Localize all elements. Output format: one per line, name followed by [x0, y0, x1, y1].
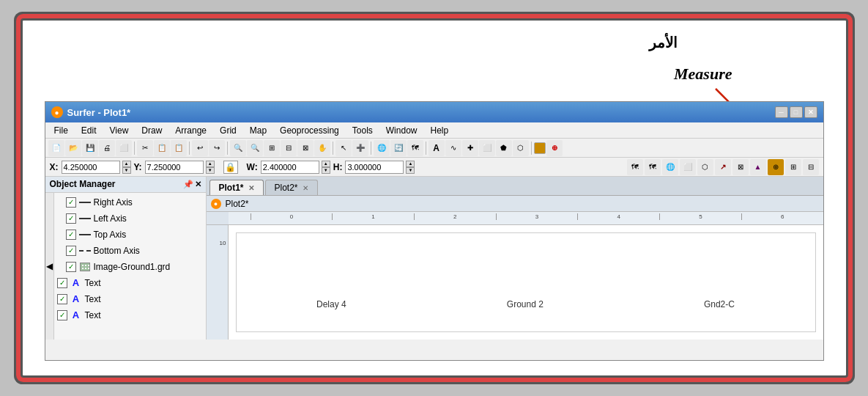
x-spinner[interactable]: ▲ ▼ — [122, 161, 131, 174]
tb-zoom-sel[interactable]: ⊟ — [281, 140, 297, 156]
checkbox-top-axis[interactable]: ✓ — [66, 230, 76, 240]
obj-scroll-left[interactable]: ◀ — [45, 193, 54, 340]
menu-tools[interactable]: Tools — [346, 124, 379, 137]
menu-map[interactable]: Map — [244, 124, 272, 137]
text2-label: Text — [85, 294, 101, 304]
menu-help[interactable]: Help — [424, 124, 454, 137]
tb-extra-2[interactable]: 🗺 — [645, 159, 661, 175]
x-spin-down[interactable]: ▼ — [122, 167, 131, 174]
tb-extra-8[interactable]: ▲ — [750, 159, 766, 175]
tab-plot2-close[interactable]: ✕ — [303, 184, 308, 192]
tb-ellipse[interactable]: ⬟ — [496, 140, 512, 156]
tb-save[interactable]: 💾 — [82, 140, 98, 156]
tb-extra-5[interactable]: ⬡ — [697, 159, 713, 175]
x-spin-up[interactable]: ▲ — [122, 161, 131, 167]
minimize-button[interactable]: ─ — [775, 106, 788, 118]
tb-open[interactable]: 📂 — [65, 140, 81, 156]
plot-title: Plot2* — [226, 199, 249, 209]
checkbox-text3[interactable]: ✓ — [57, 310, 67, 320]
tb-undo[interactable]: ↩ — [192, 140, 208, 156]
tb-text[interactable]: A — [429, 140, 445, 156]
menu-draw[interactable]: Draw — [136, 124, 168, 137]
tb-poly[interactable]: ⬡ — [513, 140, 529, 156]
x-input[interactable]: 4.250000 — [62, 161, 120, 174]
tb-copy2[interactable]: ⬜ — [116, 140, 132, 156]
w-spinner[interactable]: ▲ ▼ — [322, 161, 330, 174]
checkbox-image[interactable]: ✓ — [66, 262, 76, 272]
h-spinner[interactable]: ▲ ▼ — [406, 161, 415, 174]
w-spin-up[interactable]: ▲ — [322, 161, 330, 167]
menu-geoprocessing[interactable]: Geoprocessing — [274, 124, 345, 137]
tab-plot1[interactable]: Plot1* ✕ — [209, 180, 264, 195]
tb-copy[interactable]: 📋 — [154, 140, 170, 156]
y-spin-up[interactable]: ▲ — [206, 161, 215, 167]
obj-pin-icon[interactable]: 📌 — [183, 180, 193, 189]
tb-pan[interactable]: ✋ — [314, 140, 330, 156]
tb-color[interactable] — [534, 142, 546, 154]
tb-extra-3[interactable]: 🌐 — [662, 159, 678, 175]
checkbox-text1[interactable]: ✓ — [57, 278, 67, 288]
tb-zoom-in[interactable]: 🔍 — [230, 140, 246, 156]
tb-cut[interactable]: ✂ — [137, 140, 153, 156]
tb-map2[interactable]: 🔄 — [390, 140, 407, 156]
y-spinner[interactable]: ▲ ▼ — [206, 161, 215, 174]
tb-select[interactable]: ↖ — [335, 140, 352, 156]
tab-plot2[interactable]: Plot2* ✕ — [265, 180, 318, 195]
menu-arrange[interactable]: Arrange — [169, 124, 212, 137]
h-spin-up[interactable]: ▲ — [406, 161, 415, 167]
list-item[interactable]: ✓ Left Axis — [64, 210, 204, 227]
tb-zoom-100[interactable]: ⊠ — [297, 140, 314, 156]
tb-add[interactable]: ➕ — [352, 140, 368, 156]
window-controls[interactable]: ─ □ ✕ — [775, 106, 817, 118]
tb-new[interactable]: 📄 — [48, 140, 64, 156]
tab-plot1-close[interactable]: ✕ — [248, 184, 254, 192]
w-input[interactable]: 2.400000 — [261, 161, 319, 174]
list-item[interactable]: ✓ Top Axis — [64, 227, 204, 243]
tb-zoom-fit[interactable]: ⊞ — [264, 140, 280, 156]
coords-bar: X: 4.250000 ▲ ▼ Y: 7.250000 ▲ ▼ 🔒 W: 2.4… — [45, 158, 823, 177]
tb-map1[interactable]: 🌐 — [374, 140, 390, 156]
maximize-button[interactable]: □ — [790, 106, 803, 118]
close-button[interactable]: ✕ — [804, 106, 817, 118]
tb-extra-11[interactable]: ⊟ — [803, 159, 819, 175]
tb-rect[interactable]: ⬜ — [479, 140, 495, 156]
checkbox-left-axis[interactable]: ✓ — [66, 213, 76, 224]
tb-extra-7[interactable]: ⊠ — [732, 159, 749, 175]
tb-measure[interactable]: ⊕ — [546, 140, 563, 156]
menu-file[interactable]: File — [48, 124, 74, 137]
tb-paste[interactable]: 📋 — [171, 140, 187, 156]
h-spin-down[interactable]: ▼ — [406, 167, 415, 174]
obj-close-icon[interactable]: ✕ — [195, 180, 201, 189]
tb-extra-1[interactable]: 🗺 — [627, 159, 643, 175]
menu-window[interactable]: Window — [380, 124, 423, 137]
list-item[interactable]: ✓ Bottom Axis — [64, 243, 204, 259]
list-item[interactable]: ✓ A Text — [56, 291, 204, 307]
tb-extra-4[interactable]: ⬜ — [680, 159, 696, 175]
tb-map3[interactable]: 🗺 — [407, 140, 423, 156]
menu-view[interactable]: View — [104, 124, 135, 137]
menu-grid[interactable]: Grid — [214, 124, 242, 137]
tb-extra-6[interactable]: ↗ — [715, 159, 731, 175]
y-spin-down[interactable]: ▼ — [206, 167, 215, 174]
text-a-icon-2: A — [70, 294, 83, 304]
tb-cross[interactable]: ✚ — [462, 140, 478, 156]
tb-extra-10[interactable]: ⊞ — [785, 159, 801, 175]
tb-extra-9[interactable]: ⊕ — [768, 159, 784, 175]
menu-edit[interactable]: Edit — [75, 124, 103, 137]
plot-white-area[interactable]: Delay 4 Ground 2 Gnd2-C — [229, 225, 823, 340]
checkbox-right-axis[interactable]: ✓ — [66, 197, 76, 208]
tb-curve[interactable]: ∿ — [445, 140, 461, 156]
checkbox-text2[interactable]: ✓ — [57, 294, 67, 304]
list-item[interactable]: ✓ Image-Ground1.grd — [64, 259, 204, 275]
y-input[interactable]: 7.250000 — [145, 161, 204, 174]
list-item[interactable]: ✓ Right Axis — [64, 194, 204, 210]
w-spin-down[interactable]: ▼ — [322, 167, 330, 174]
checkbox-bottom-axis[interactable]: ✓ — [66, 246, 76, 256]
tb-zoom-out[interactable]: 🔍 — [247, 140, 263, 156]
h-input[interactable]: 3.000000 — [345, 161, 404, 174]
tb-redo[interactable]: ↪ — [209, 140, 225, 156]
plot-label-delay4: Delay 4 — [316, 299, 346, 309]
list-item[interactable]: ✓ A Text — [56, 275, 204, 291]
list-item[interactable]: ✓ A Text — [56, 307, 204, 323]
tb-print[interactable]: 🖨 — [99, 140, 115, 156]
